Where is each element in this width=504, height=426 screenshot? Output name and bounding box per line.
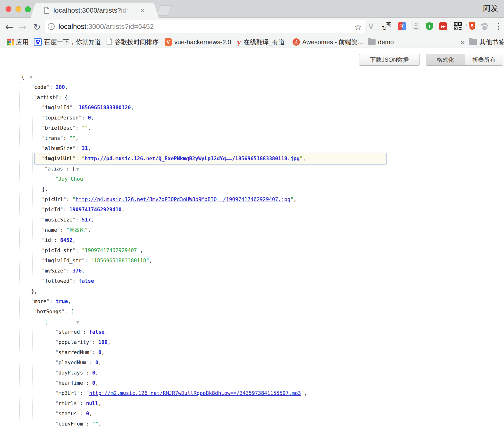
json-token: "周杰伦" — [66, 227, 88, 233]
json-line: }, — [0, 286, 504, 296]
extension-octotree-icon[interactable] — [412, 22, 420, 31]
json-token: : — [76, 156, 82, 162]
bookmark-label: vue-hackernews-2.0 — [174, 38, 231, 46]
json-line: "picUrl": "http://p4.music.126.net/8mv7q… — [0, 194, 504, 204]
json-token: " — [42, 156, 45, 162]
extension-vue-devtools-icon[interactable]: V — [367, 22, 375, 31]
json-line: "followed": false — [0, 276, 504, 286]
json-token: 0 — [86, 411, 89, 417]
json-token: , — [68, 298, 71, 304]
json-token: , — [140, 247, 143, 253]
json-token: popularity — [59, 339, 89, 345]
extension-paw-icon[interactable] — [480, 22, 489, 31]
json-token: : — [66, 196, 72, 202]
json-token: " — [300, 156, 303, 162]
json-token: " — [42, 278, 45, 284]
json-token: " — [83, 380, 86, 386]
json-token: , — [88, 145, 91, 151]
json-line: "more": true, — [0, 296, 504, 307]
json-token: 0 — [92, 370, 95, 376]
json-token: " — [42, 196, 45, 202]
json-token: 0 — [88, 115, 91, 121]
window-minimize-button[interactable] — [16, 6, 21, 12]
json-line: "trans": "", — [0, 133, 504, 143]
reload-button[interactable]: ↻ — [31, 21, 43, 33]
address-bar[interactable]: i localhost:3000/artists?id=6452 ☆ — [44, 20, 365, 33]
bookmark-apps[interactable]: 应用 — [7, 38, 29, 46]
tab-close-icon[interactable]: × — [140, 6, 145, 15]
bookmark-baidu[interactable]: 百度一下，你就知道 — [34, 38, 101, 46]
bookmark-star-icon[interactable]: ☆ — [354, 22, 362, 32]
collapse-toggle-icon[interactable]: ▼ — [30, 75, 33, 80]
json-token: " — [63, 196, 67, 202]
json-token: : — [76, 125, 82, 131]
json-line: "picId": 19097417462929410, — [0, 204, 504, 215]
bookmark-google-sort[interactable]: 谷歌按时间排序 — [106, 38, 159, 46]
bookmark-awesomes[interactable]: A Awesomes - 前端资… — [293, 38, 364, 46]
json-line: ▼{ — [0, 317, 504, 327]
url-text[interactable]: localhost:3000/artists?id=6452 — [59, 23, 154, 31]
page-favicon-icon — [44, 7, 50, 15]
site-info-icon[interactable]: i — [48, 23, 55, 30]
browser-profile-name[interactable]: 阿发 — [483, 3, 498, 14]
browser-menu-icon[interactable] — [494, 22, 503, 31]
extension-qrcode-icon[interactable] — [454, 22, 462, 31]
json-token: " — [42, 258, 45, 264]
json-token: " — [82, 156, 85, 162]
json-token: " — [301, 390, 304, 396]
json-token: " — [86, 360, 89, 366]
json-token: followed — [45, 278, 69, 284]
json-token: " — [55, 390, 59, 396]
extension-translate-icon[interactable]: 英 ↻ — [382, 22, 391, 31]
bookmark-vue-hackernews[interactable]: V vue-hackernews-2.0 — [165, 38, 231, 46]
awesome-a-icon: A — [293, 38, 300, 46]
json-token: " — [55, 94, 59, 100]
bookmark-folder-others[interactable]: 其他书签 — [469, 38, 504, 46]
json-token: , — [89, 411, 92, 417]
forward-button[interactable]: → — [16, 21, 29, 33]
json-token: : — [89, 360, 95, 366]
extension-tampermonkey-icon[interactable]: T — [425, 22, 434, 31]
new-tab-button[interactable] — [156, 5, 172, 16]
json-link[interactable]: http://p4.music.126.net/Q_ExePNkmqB2yWyL… — [85, 156, 300, 162]
json-token: "" — [92, 421, 98, 426]
back-button[interactable]: ← — [3, 21, 16, 33]
bookmark-youdao[interactable]: y 在线翻译_有道 — [237, 38, 285, 46]
json-token: " — [42, 217, 45, 223]
json-token: null — [86, 400, 98, 406]
json-token: code — [34, 84, 47, 90]
extension-fehelper-icon[interactable]: FE — [398, 22, 406, 31]
json-token: playedNum — [59, 360, 86, 366]
json-token: 517 — [82, 217, 91, 223]
json-link[interactable]: http://m2.music.126.net/RMJR7wDullRqppBk… — [89, 390, 301, 396]
json-token: , — [122, 207, 125, 213]
browser-tab[interactable]: localhost:3000/artists?id=645 × — [36, 3, 153, 18]
json-token: " — [42, 105, 45, 111]
window-close-button[interactable] — [6, 6, 11, 12]
json-token: 0 — [95, 360, 98, 366]
collapse-toggle-icon[interactable]: ▼ — [76, 167, 79, 171]
json-line: "picId_str": "19097417462929407", — [0, 245, 504, 256]
bookmark-folder-demo[interactable]: demo — [368, 38, 394, 46]
json-link[interactable]: http://p4.music.126.net/8mv7qP30Pd3oHW8b… — [76, 196, 290, 202]
window-zoom-button[interactable] — [25, 6, 31, 12]
json-line-selected: "img1v1Url": "http://p4.music.126.net/Q_… — [0, 153, 504, 164]
json-line: "code": 200, — [0, 82, 504, 92]
format-button[interactable]: 格式化 — [426, 54, 465, 65]
json-token: artist — [37, 94, 55, 100]
json-token: img1v1Id_str — [45, 258, 82, 264]
json-token: " — [82, 258, 85, 264]
extension-html5-tools-icon[interactable]: s 5 — [467, 22, 475, 31]
json-token: " — [51, 237, 54, 243]
json-token: " — [42, 115, 45, 121]
bookmark-label: 百度一下，你就知道 — [44, 38, 101, 46]
collapse-all-button[interactable]: 折叠所有 — [465, 54, 503, 65]
json-token: "Jay Chou" — [55, 176, 86, 182]
json-token: " — [77, 400, 80, 406]
download-json-button[interactable]: 下载JSON数据 — [359, 54, 420, 66]
bookmarks-overflow-chevron[interactable]: » — [461, 38, 465, 46]
json-token: " — [89, 349, 92, 355]
extension-video-downloader-icon[interactable]: ▶▶ — [439, 22, 447, 31]
collapse-toggle-icon[interactable]: ▼ — [76, 320, 79, 324]
json-token: 100 — [98, 339, 108, 345]
